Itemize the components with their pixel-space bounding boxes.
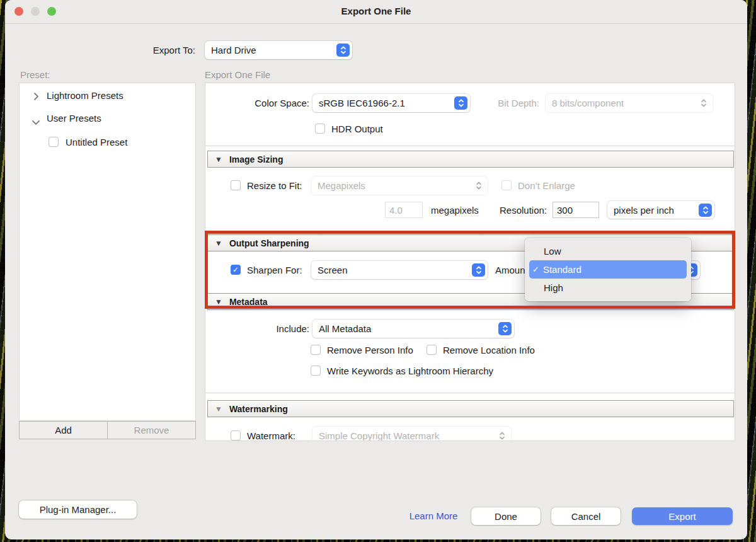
chevron-down-icon[interactable]: [32, 117, 40, 128]
resolution-label: Resolution:: [496, 205, 547, 216]
stepper-icon: [336, 43, 350, 57]
resolution-unit-select[interactable]: pixels per inch: [607, 201, 714, 219]
watermarking-header[interactable]: ▼ Watermarking: [207, 400, 734, 417]
disclosure-triangle-icon[interactable]: ▼: [215, 405, 222, 413]
write-keywords-checkbox[interactable]: [311, 366, 321, 376]
main-panel-header: Export One File: [205, 69, 270, 80]
remove-location-info-checkbox[interactable]: [427, 345, 437, 355]
desktop-background: Export One File Export To: Hard Drive Pr…: [0, 0, 756, 542]
watermarking-title: Watermarking: [229, 404, 288, 414]
resize-mode-select: Megapixels: [311, 176, 488, 195]
stepper-icon: [699, 204, 712, 217]
done-button[interactable]: Done: [471, 507, 541, 525]
sidebar-item-user-presets[interactable]: User Presets: [47, 113, 101, 124]
stepper-icon: [454, 96, 467, 110]
disclosure-triangle-icon[interactable]: ▼: [215, 156, 222, 163]
watermark-label: Watermark:: [247, 430, 295, 441]
add-preset-button[interactable]: Add: [20, 422, 107, 439]
export-button[interactable]: Export: [632, 507, 733, 525]
titlebar: Export One File: [5, 0, 747, 24]
cancel-button[interactable]: Cancel: [551, 507, 621, 525]
learn-more-link[interactable]: Learn More: [402, 510, 465, 521]
bit-depth-label: Bit Depth:: [483, 98, 539, 108]
stepper-icon: [697, 96, 710, 110]
remove-preset-button[interactable]: Remove: [107, 422, 195, 439]
watermark-checkbox[interactable]: [231, 430, 241, 441]
resolution-input[interactable]: [553, 202, 599, 218]
include-value: All Metadata: [319, 323, 371, 334]
preset-panel-label: Preset:: [20, 69, 50, 80]
resize-to-fit-label: Resize to Fit:: [247, 180, 302, 191]
hdr-output-label: HDR Output: [331, 124, 383, 134]
remove-person-info-label: Remove Person Info: [327, 345, 413, 355]
section-divider: [205, 146, 735, 146]
watermark-select: Simple Copyright Watermark: [312, 427, 511, 441]
write-keywords-label: Write Keywords as Lightroom Hierarchy: [327, 366, 493, 376]
color-space-label: Color Space:: [231, 98, 309, 108]
preset-list: Lightroom Presets User Presets Untitled …: [19, 83, 196, 421]
image-sizing-header[interactable]: ▼ Image Sizing: [207, 151, 734, 168]
resize-to-fit-checkbox[interactable]: [231, 180, 241, 190]
hdr-output-checkbox[interactable]: [315, 124, 325, 134]
untitled-preset-checkbox[interactable]: [49, 137, 59, 147]
chevron-right-icon[interactable]: [33, 92, 39, 103]
remove-location-info-label: Remove Location Info: [443, 345, 535, 355]
sidebar-item-lightroom-presets[interactable]: Lightroom Presets: [47, 90, 123, 101]
export-to-value: Hard Drive: [211, 45, 256, 55]
window-title: Export One File: [5, 6, 747, 16]
watermark-value: Simple Copyright Watermark: [319, 430, 439, 441]
export-to-label: Export To:: [100, 45, 195, 55]
plugin-manager-button[interactable]: Plug-in Manager...: [19, 500, 137, 519]
section-divider: [205, 393, 735, 393]
remove-person-info-checkbox[interactable]: [311, 345, 321, 355]
dont-enlarge-checkbox: [501, 180, 512, 190]
include-label: Include:: [259, 323, 309, 334]
export-to-select[interactable]: Hard Drive: [205, 41, 352, 59]
stepper-icon: [495, 429, 508, 441]
megapixels-input: [385, 202, 423, 218]
stepper-icon: [472, 179, 485, 192]
color-space-value: sRGB IEC61966-2.1: [319, 98, 405, 108]
bit-depth-select: 8 bits/component: [546, 94, 713, 112]
include-select[interactable]: All Metadata: [312, 320, 514, 338]
resolution-unit-value: pixels per inch: [614, 205, 674, 216]
image-sizing-title: Image Sizing: [229, 154, 284, 164]
color-space-select[interactable]: sRGB IEC61966-2.1: [312, 94, 470, 112]
bit-depth-value: 8 bits/component: [552, 98, 624, 108]
preset-actions: Add Remove: [19, 421, 196, 439]
stepper-icon: [498, 322, 512, 335]
sidebar-item-untitled-preset[interactable]: Untitled Preset: [66, 137, 127, 147]
resize-mode-value: Megapixels: [318, 180, 365, 191]
annotation-rectangle: [205, 231, 735, 309]
megapixels-unit-label: megapixels: [431, 205, 479, 216]
dont-enlarge-label: Don’t Enlarge: [518, 180, 575, 191]
